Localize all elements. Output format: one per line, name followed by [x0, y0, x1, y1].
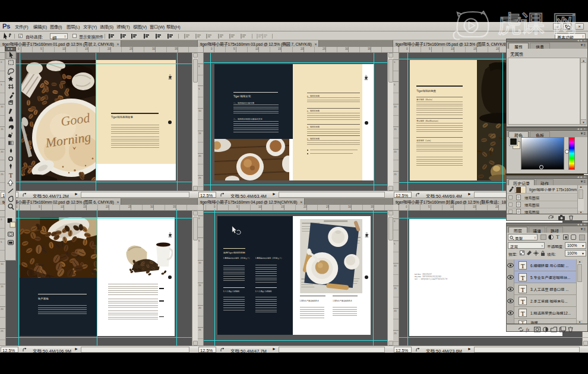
svg-text:fx: fx [526, 327, 530, 332]
svg-text:T: T [9, 172, 13, 179]
